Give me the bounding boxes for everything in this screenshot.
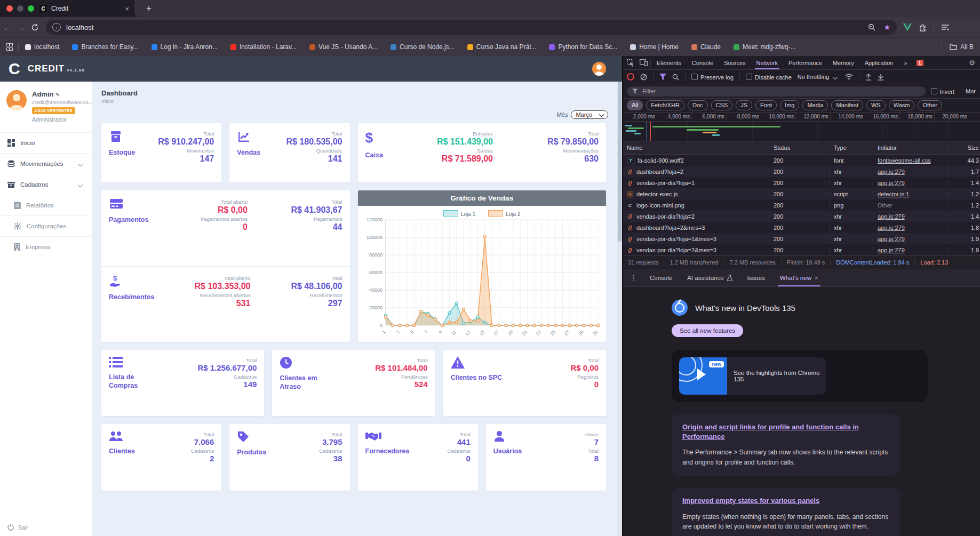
close-window-button[interactable] <box>6 5 13 12</box>
legend-loja2[interactable]: Loja 2 <box>488 210 520 217</box>
tab-memory[interactable]: Memory <box>828 56 859 69</box>
more-filters-label[interactable]: Mor <box>966 88 976 94</box>
preserve-log-checkbox[interactable]: Preserve log <box>691 74 734 81</box>
network-request-row[interactable]: vendas-por-dia?loja=2&mes=3 200 xhr app.… <box>623 244 980 255</box>
request-name[interactable]: vendas-por-dia?loja=1&mes=3 <box>623 236 769 242</box>
request-name[interactable]: vendas-por-dia?loja=1 <box>623 180 769 186</box>
column-initiator[interactable]: Initiator <box>873 145 948 151</box>
legend-loja1[interactable]: Loja 1 <box>443 210 475 217</box>
network-request-row[interactable]: vendas-por-dia?loja=1 200 xhr app.js:279… <box>623 177 980 188</box>
bookmark-item[interactable]: Meet: mdg-zfwq-... <box>734 43 795 51</box>
request-name[interactable]: vendas-por-dia?loja=2&mes=3 <box>623 247 769 253</box>
minimize-window-button[interactable] <box>17 5 23 12</box>
tab-close-icon[interactable]: × <box>125 5 129 13</box>
extensions-puzzle-icon[interactable] <box>919 23 927 31</box>
video-thumbnail[interactable]: new <box>679 357 727 395</box>
sidebar-item-sair[interactable]: Sair <box>0 519 92 536</box>
network-request-row[interactable]: dashboard?loja=2&mes=3 200 xhr app.js:27… <box>623 222 980 233</box>
vue-devtools-icon[interactable] <box>903 23 912 31</box>
devtools-settings-gear-icon[interactable]: ⚙ <box>966 59 978 67</box>
request-type-chip[interactable]: CSS <box>711 100 733 110</box>
request-name[interactable]: vendas-por-dia?loja=2 <box>623 213 769 220</box>
invert-checkbox[interactable]: Invert <box>931 88 955 95</box>
bookmark-item[interactable]: Branches for Easy... <box>72 43 138 51</box>
bookmark-item[interactable]: Curso Java na Prát... <box>467 43 537 51</box>
request-initiator[interactable]: app.js:279 <box>873 247 948 253</box>
network-request-row[interactable]: fa-solid-900.woff2 200 font fontawesome-… <box>623 155 980 166</box>
request-name[interactable]: dashboard?loja=2 <box>623 169 769 175</box>
bookmark-item[interactable]: Curso de Node.js... <box>391 43 455 51</box>
bookmark-item[interactable]: Claude <box>691 43 721 51</box>
sidebar-item-empresa[interactable]: Empresa <box>0 236 92 257</box>
request-initiator[interactable]: detector.js:1 <box>873 191 948 197</box>
filter-input[interactable] <box>642 87 920 95</box>
request-type-chip[interactable]: JS <box>736 100 752 110</box>
bookmark-item[interactable]: Home | Home <box>630 43 679 51</box>
request-name[interactable]: fa-solid-900.woff2 <box>623 157 769 164</box>
drawer-tab-ai-assistance[interactable]: AI assistance <box>681 269 738 286</box>
column-status[interactable]: Status <box>769 145 829 151</box>
tab-elements[interactable]: Elements <box>652 56 686 69</box>
request-type-chip[interactable]: Media <box>802 100 828 110</box>
whats-new-item-link[interactable]: Improved empty states for various panels <box>682 497 819 505</box>
drawer-tab-console[interactable]: Console <box>643 269 679 286</box>
filter-input-pill[interactable] <box>627 86 926 97</box>
drawer-menu-icon[interactable]: ⋮ <box>626 274 641 282</box>
error-count-badge[interactable]: 1 <box>917 60 923 66</box>
request-type-chip[interactable]: Img <box>780 100 799 110</box>
filter-funnel-icon[interactable] <box>659 74 666 80</box>
request-type-chip[interactable]: WS <box>866 100 886 110</box>
request-type-chip[interactable]: Doc <box>688 100 708 110</box>
request-type-chip[interactable]: Other <box>918 100 942 110</box>
bookmark-star-icon[interactable]: ★ <box>883 23 890 31</box>
network-request-row[interactable]: vendas-por-dia?loja=2 200 xhr app.js:279… <box>623 211 980 222</box>
clear-network-log-icon[interactable] <box>640 74 647 81</box>
tab-network[interactable]: Network <box>752 56 783 69</box>
tab-performance[interactable]: Performance <box>784 56 827 69</box>
column-size[interactable]: Size <box>948 145 980 151</box>
new-tab-button[interactable]: + <box>143 3 155 14</box>
request-type-chip[interactable]: Manifest <box>831 100 863 110</box>
network-request-row[interactable]: dashboard?loja=2 200 xhr app.js:279 1.7 <box>623 166 980 177</box>
more-tabs-icon[interactable]: » <box>899 56 912 69</box>
see-all-features-button[interactable]: See all new features <box>672 324 743 337</box>
apps-grid-icon[interactable] <box>6 43 12 51</box>
drawer-tab-whats-new[interactable]: What's new × <box>774 269 825 286</box>
request-initiator[interactable]: app.js:279 <box>873 225 948 231</box>
reading-list-icon[interactable] <box>941 23 950 31</box>
all-bookmarks-button[interactable]: All B <box>942 43 974 51</box>
request-initiator[interactable]: app.js:279 <box>873 236 948 242</box>
network-overview-waterfall[interactable] <box>623 122 980 141</box>
request-type-chip[interactable]: Fetch/XHR <box>646 100 684 110</box>
address-bar[interactable]: i localhost ★ <box>46 20 897 35</box>
search-icon[interactable] <box>672 74 679 81</box>
sidebar-item-movimentacoes[interactable]: Movimentações <box>0 153 92 174</box>
export-har-icon[interactable] <box>878 74 884 81</box>
scrollbar-thumb[interactable] <box>618 82 622 242</box>
browser-tab-credit[interactable]: C Credit × <box>34 0 134 17</box>
network-request-row[interactable]: vendas-por-dia?loja=1&mes=3 200 xhr app.… <box>623 233 980 244</box>
column-type[interactable]: Type <box>829 145 873 151</box>
request-name[interactable]: dashboard?loja=2&mes=3 <box>623 225 769 231</box>
request-name[interactable]: logo-icon-mini.png <box>623 202 769 209</box>
back-icon[interactable]: ← <box>0 23 14 32</box>
tab-sources[interactable]: Sources <box>719 56 750 69</box>
network-request-row[interactable]: detector-exec.js 200 script detector.js:… <box>623 188 980 199</box>
bookmark-item[interactable]: Log in - Jira Anron... <box>152 43 218 51</box>
request-initiator[interactable]: Other <box>873 202 948 209</box>
site-info-icon[interactable]: i <box>52 23 61 31</box>
network-conditions-icon[interactable] <box>845 74 853 80</box>
whats-new-item-link[interactable]: Origin and script links for profile and … <box>682 423 859 441</box>
request-type-chip[interactable]: Font <box>755 100 777 110</box>
request-type-chip[interactable]: Wasm <box>889 100 915 110</box>
edit-profile-icon[interactable]: ✎ <box>55 92 60 98</box>
request-type-chip[interactable]: All <box>627 100 643 110</box>
header-avatar[interactable] <box>592 62 606 76</box>
request-initiator[interactable]: app.js:279 <box>873 180 948 186</box>
sidebar-item-cadastros[interactable]: Cadastros <box>0 174 92 195</box>
request-initiator[interactable]: app.js:279 <box>873 169 948 175</box>
window-controls[interactable] <box>6 5 34 12</box>
close-icon[interactable]: × <box>815 275 818 281</box>
reload-icon[interactable] <box>28 23 42 31</box>
import-har-icon[interactable] <box>865 74 872 81</box>
